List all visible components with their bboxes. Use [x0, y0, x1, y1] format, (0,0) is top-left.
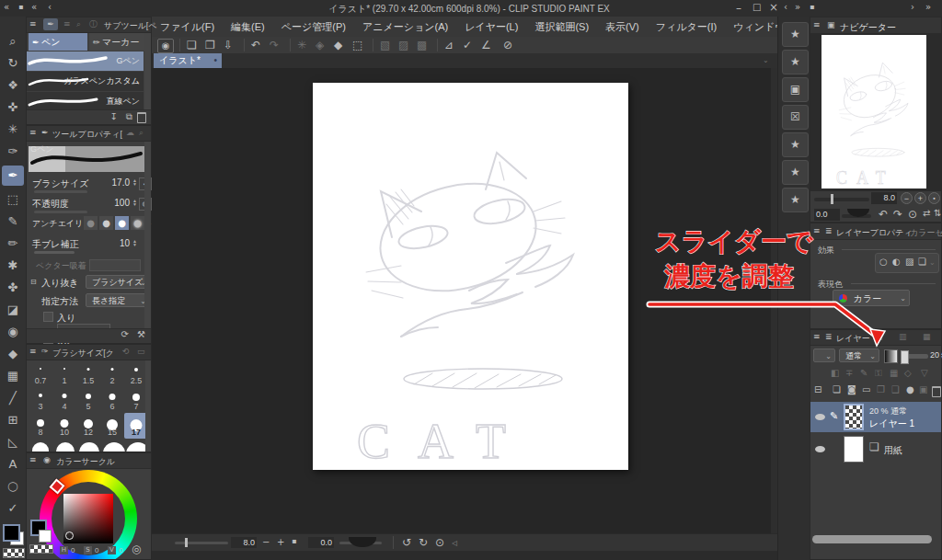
open-file-icon[interactable]: ❐	[205, 40, 215, 51]
navigator-rotation-value[interactable]: 0.0	[814, 209, 840, 221]
layer-visibility-icon[interactable]	[815, 414, 825, 420]
layer-hscrollbar[interactable]	[812, 535, 932, 543]
layer-extra-tab-icon[interactable]: ▦	[923, 333, 931, 341]
export-icon[interactable]: ⇩	[224, 40, 233, 51]
rotation-value[interactable]: 0.0	[308, 537, 334, 548]
foreground-color-swatch[interactable]	[3, 524, 20, 542]
menu-page[interactable]: ページ管理(P)	[273, 17, 354, 37]
effect-layer-color-icon[interactable]: ❏	[918, 257, 926, 267]
tool-zoom[interactable]: ⌕	[2, 31, 24, 51]
document-tab[interactable]: イラスト* •	[154, 53, 222, 68]
help-icon[interactable]: ⊘	[503, 40, 512, 51]
material-folder-download[interactable]: ★	[782, 188, 809, 212]
deselect-icon[interactable]: ▧	[380, 40, 390, 51]
effect-halftone-icon[interactable]: ▨	[905, 257, 913, 267]
lock-transparent-icon[interactable]: ▦	[890, 369, 898, 378]
layer-row-selected[interactable]: ✎ 20 % 通常 レイヤー 1	[810, 402, 941, 432]
brush-size-cell-partial[interactable]	[29, 440, 148, 452]
navigator-preview-area[interactable]	[810, 33, 941, 191]
object-icon[interactable]: ◈	[316, 40, 324, 51]
sv-square[interactable]	[63, 494, 113, 543]
new-vector-layer-icon[interactable]: ◙	[847, 385, 856, 394]
brush-size-cell[interactable]: 1	[52, 361, 76, 387]
navigator-rotate-left-icon[interactable]: ↶	[879, 209, 888, 220]
layer-name[interactable]: レイヤー 1	[869, 417, 914, 430]
wheel-transparent-swatch[interactable]	[29, 544, 53, 554]
brush-size-value[interactable]: 17.0	[104, 177, 130, 188]
layer-list-mode-icon[interactable]: ⊟	[814, 385, 821, 394]
layer-comp-tab-icon[interactable]: ▥	[899, 333, 907, 341]
clipping-icon[interactable]: ◧	[831, 369, 839, 378]
brush-size-cell[interactable]: 4	[52, 387, 76, 413]
tool-polyline[interactable]: ◺	[2, 432, 24, 452]
tool-gradient[interactable]: ▦	[2, 366, 24, 386]
brush-size-cell[interactable]: 8	[29, 413, 52, 439]
color-wheel-title[interactable]: カラーサークル	[56, 456, 115, 468]
stabilize-stepper[interactable]: ▲▼	[132, 239, 138, 246]
layer-name[interactable]: 用紙	[884, 444, 902, 457]
subtool-tab3-icon[interactable]: ⌕	[76, 20, 81, 29]
layer-mask-icon[interactable]: ●	[906, 385, 914, 394]
fill-icon[interactable]: ◆	[334, 40, 342, 51]
brush-size-title[interactable]: ブラシサイズ[ク	[52, 348, 114, 360]
tool-text[interactable]: A	[2, 454, 24, 474]
tool-eraser[interactable]: ◪	[2, 300, 24, 320]
panel-menu-icon[interactable]: ≡	[813, 227, 821, 235]
flip-view-icon[interactable]: ◃	[452, 537, 457, 548]
merge-layer-icon[interactable]: ❑	[891, 385, 900, 394]
collapse-icon[interactable]: «	[31, 3, 37, 12]
panel-menu-icon[interactable]: ≡	[29, 456, 37, 464]
paper-thumbnail[interactable]	[844, 436, 864, 463]
stabilize-value[interactable]: 10	[104, 238, 130, 248]
tool-balloon[interactable]: ◯	[2, 476, 24, 497]
menu-edit[interactable]: 編集(E)	[223, 17, 273, 37]
new-file-icon[interactable]: ❏	[187, 40, 197, 51]
navigator-zoom-in-button[interactable]: +	[914, 192, 926, 204]
brush-size-stepper[interactable]: ▲▼	[132, 178, 138, 186]
antialias-middle-button[interactable]: ●	[115, 216, 129, 230]
tool-move-layer[interactable]: ✜	[2, 97, 24, 118]
material-folder-image[interactable]: ▣	[782, 77, 809, 102]
subtool-item-gpen[interactable]: Gペン	[27, 51, 144, 71]
tool-property-title[interactable]: ツールプロパティ[	[52, 129, 122, 141]
navigator-zoom-value[interactable]: 8.0	[871, 192, 897, 204]
delete-layer-icon[interactable]	[932, 386, 941, 397]
expression-color-dropdown[interactable]: カラー ⌄	[833, 290, 910, 306]
delete-subtool-icon[interactable]	[137, 112, 146, 123]
material-folder-tone[interactable]: ★	[782, 132, 809, 157]
layer-thumbnail[interactable]	[844, 404, 864, 430]
brush-size-cell[interactable]: 0.7	[29, 361, 52, 387]
tool-blend[interactable]: ◉	[2, 322, 24, 342]
new-folder-icon[interactable]: ▭	[862, 385, 870, 394]
extract-line-icon[interactable]: ▽	[921, 369, 928, 378]
ruler-snap-icon[interactable]: ⊿	[444, 40, 454, 51]
brush-size-cell[interactable]: 12	[76, 413, 100, 439]
subtool-tab2-icon[interactable]: ≡	[63, 20, 71, 29]
tab-overflow-icon[interactable]: ⌄	[763, 57, 769, 64]
tool-fill[interactable]: ◆	[2, 344, 24, 364]
close-button[interactable]: ×	[769, 2, 778, 13]
brush-size-cell[interactable]: 6	[100, 387, 124, 413]
zoom-in-button[interactable]: +	[277, 538, 284, 547]
panel-menu-icon[interactable]: ≡	[29, 129, 37, 137]
navigator-zoom-slider[interactable]	[814, 198, 869, 201]
navigator-fit-button[interactable]: ▪	[928, 192, 940, 204]
palette-color-combo[interactable]: ⌄	[813, 349, 835, 362]
brush-size-scrollbar[interactable]	[145, 360, 151, 451]
tool-correct-line[interactable]: ✓	[2, 498, 24, 519]
maximize-button[interactable]: □	[752, 3, 761, 12]
fit-screen-button[interactable]: ▪	[292, 538, 296, 545]
canvas-area[interactable]: CAT	[152, 68, 777, 533]
subtool-scrollbar[interactable]	[144, 33, 151, 109]
in-checkbox[interactable]	[43, 312, 53, 322]
panel-menu-icon[interactable]: ≡	[813, 333, 821, 341]
tool-pencil[interactable]: ✎	[2, 211, 24, 232]
brush-size-cell[interactable]: 15	[100, 413, 124, 439]
redo-icon[interactable]: ↷	[270, 40, 279, 51]
layer-opacity-value[interactable]: 20	[928, 350, 939, 360]
antialias-strong-button[interactable]: ●	[131, 216, 144, 230]
opacity-slider[interactable]	[34, 211, 87, 213]
panel-expand-icon[interactable]: »	[795, 3, 800, 12]
tool-rotate-canvas[interactable]: ↻	[2, 53, 24, 74]
material-folder-all[interactable]: ★	[782, 22, 809, 47]
